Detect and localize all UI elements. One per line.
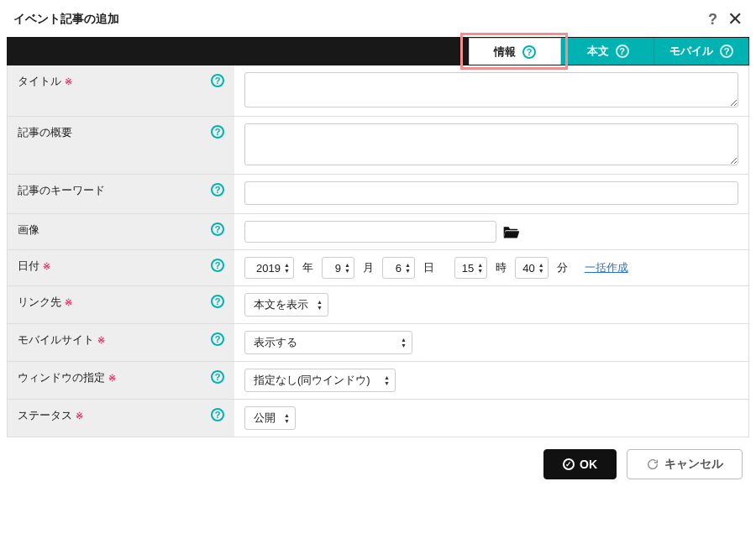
linktarget-select[interactable]: 本文を表示 ▲▼	[244, 293, 328, 317]
select-arrows-icon: ▲▼	[284, 412, 290, 424]
label-title: タイトル	[18, 74, 61, 89]
label-date: 日付	[18, 259, 39, 274]
required-mark: ※	[76, 411, 83, 421]
month-value: 9	[329, 262, 341, 275]
tab-body-label: 本文	[587, 44, 609, 59]
tab-body[interactable]: 本文 ?	[561, 38, 654, 65]
field-help-icon[interactable]: ?	[211, 332, 224, 346]
mobilesite-select[interactable]: 表示する ▲▼	[244, 331, 412, 354]
tab-help-icon[interactable]: ?	[616, 44, 629, 58]
unit-year: 年	[302, 260, 313, 275]
status-value: 公開	[254, 411, 276, 426]
check-circle-icon: ✓	[563, 458, 575, 470]
day-value: 6	[390, 262, 402, 275]
select-arrows-icon: ▲▼	[317, 299, 323, 311]
batch-create-link[interactable]: 一括作成	[585, 260, 628, 275]
hour-stepper[interactable]: 15 ▲▼	[454, 257, 487, 279]
stepper-arrows-icon[interactable]: ▲▼	[344, 262, 350, 274]
label-status: ステータス	[18, 408, 72, 423]
refresh-icon	[646, 458, 659, 471]
stepper-arrows-icon[interactable]: ▲▼	[405, 262, 411, 274]
month-stepper[interactable]: 9 ▲▼	[322, 257, 354, 279]
stepper-arrows-icon[interactable]: ▲▼	[477, 262, 483, 274]
label-windowspec: ウィンドウの指定	[18, 370, 105, 385]
required-mark: ※	[43, 261, 50, 272]
cancel-button-label: キャンセル	[664, 457, 723, 472]
day-stepper[interactable]: 6 ▲▼	[382, 257, 415, 279]
required-mark: ※	[108, 373, 116, 384]
field-help-icon[interactable]: ?	[211, 370, 224, 384]
folder-open-icon[interactable]	[501, 224, 520, 239]
field-help-icon[interactable]: ?	[211, 183, 224, 196]
label-keywords: 記事のキーワード	[18, 183, 105, 198]
unit-day: 日	[423, 260, 434, 275]
tab-bar: 情報 ? 本文 ? モバイル ?	[7, 37, 749, 65]
hour-value: 15	[462, 262, 474, 275]
form-area: タイトル ※ ? 記事の概要 ?	[7, 65, 749, 437]
minute-stepper[interactable]: 40 ▲▼	[515, 257, 548, 279]
cancel-button[interactable]: キャンセル	[627, 449, 743, 479]
label-image: 画像	[18, 222, 39, 238]
label-linktarget: リンク先	[18, 295, 61, 310]
select-arrows-icon: ▲▼	[401, 337, 407, 348]
field-help-icon[interactable]: ?	[211, 259, 224, 272]
ok-button-label: OK	[580, 458, 597, 471]
title-input[interactable]	[244, 72, 738, 107]
image-path-input[interactable]	[244, 221, 496, 243]
linktarget-value: 本文を表示	[254, 297, 308, 312]
close-icon[interactable]: ✕	[727, 10, 743, 29]
ok-button[interactable]: ✓ OK	[543, 449, 617, 479]
unit-minute: 分	[557, 260, 568, 275]
summary-input[interactable]	[244, 123, 738, 165]
year-stepper[interactable]: 2019 ▲▼	[244, 257, 294, 279]
help-icon[interactable]: ?	[708, 11, 717, 29]
required-mark: ※	[97, 335, 105, 346]
windowspec-select[interactable]: 指定なし(同ウインドウ) ▲▼	[244, 369, 396, 392]
required-mark: ※	[65, 76, 72, 87]
tab-info-label: 情報	[494, 44, 516, 60]
field-help-icon[interactable]: ?	[211, 222, 224, 236]
field-help-icon[interactable]: ?	[211, 74, 224, 87]
status-select[interactable]: 公開 ▲▼	[244, 406, 296, 430]
windowspec-value: 指定なし(同ウインドウ)	[254, 373, 370, 388]
unit-hour: 時	[496, 260, 507, 275]
tab-mobile-label: モバイル	[669, 44, 713, 59]
tab-info[interactable]: 情報 ?	[469, 38, 561, 65]
label-mobilesite: モバイルサイト	[18, 332, 94, 348]
year-value: 2019	[252, 262, 281, 275]
label-summary: 記事の概要	[18, 125, 72, 140]
field-help-icon[interactable]: ?	[211, 408, 224, 421]
tab-help-icon[interactable]: ?	[522, 45, 536, 59]
stepper-arrows-icon[interactable]: ▲▼	[284, 262, 290, 274]
required-mark: ※	[65, 297, 72, 308]
unit-month: 月	[363, 260, 374, 275]
dialog-title: イベント記事の追加	[13, 12, 119, 27]
keywords-input[interactable]	[244, 181, 738, 205]
stepper-arrows-icon[interactable]: ▲▼	[538, 262, 544, 274]
tab-help-icon[interactable]: ?	[720, 44, 733, 58]
minute-value: 40	[522, 262, 534, 275]
mobilesite-value: 表示する	[254, 335, 297, 350]
tab-mobile[interactable]: モバイル ?	[654, 38, 748, 65]
field-help-icon[interactable]: ?	[211, 125, 224, 139]
field-help-icon[interactable]: ?	[211, 295, 224, 308]
select-arrows-icon: ▲▼	[384, 374, 390, 386]
